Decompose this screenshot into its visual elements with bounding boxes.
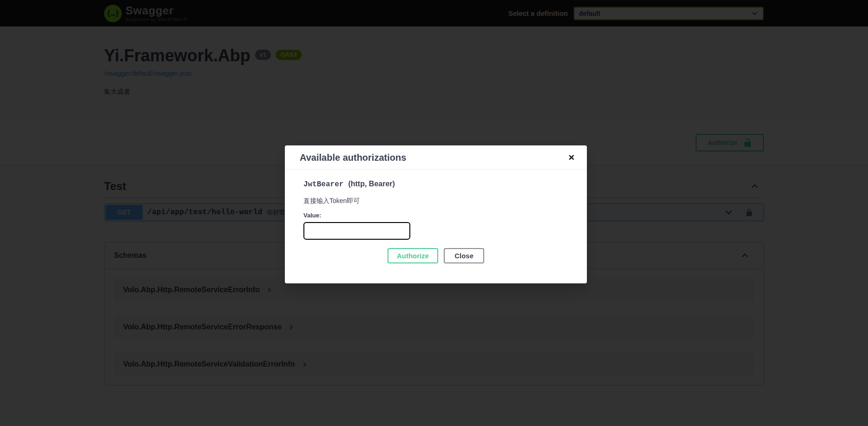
modal-title: Available authorizations (300, 152, 406, 163)
modal-close-button[interactable]: ✕ (568, 154, 575, 162)
modal-authorize-button[interactable]: Authorize (388, 248, 438, 263)
token-value-input[interactable] (303, 222, 410, 240)
auth-scheme-type: (http, Bearer) (348, 180, 395, 188)
modal-close-action-button[interactable]: Close (444, 248, 484, 263)
authorizations-modal: Available authorizations ✕ JwtBearer (ht… (285, 145, 587, 283)
auth-scheme-description: 直接输入Token即可 (303, 197, 568, 205)
value-label: Value: (303, 212, 568, 219)
auth-scheme-name: JwtBearer (303, 180, 343, 189)
